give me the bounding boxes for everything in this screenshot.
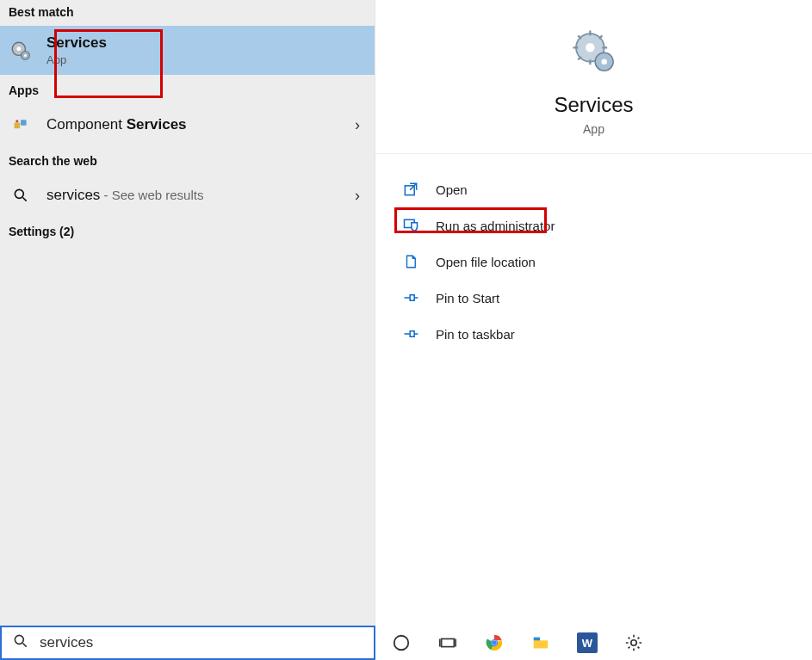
component-services-icon (9, 113, 33, 137)
pin-start-icon (401, 288, 420, 307)
action-pin-to-start[interactable]: Pin to Start (401, 280, 812, 316)
section-header-best-match: Best match (0, 0, 375, 26)
taskbar-settings-gear-icon[interactable] (623, 632, 644, 653)
svg-point-7 (15, 189, 23, 198)
result-app-component-services[interactable]: Component Services › (0, 104, 375, 145)
section-header-settings[interactable]: Settings (2) (0, 219, 375, 245)
best-match-subtitle: App (46, 53, 366, 66)
web-term: services (46, 187, 100, 203)
open-icon (401, 180, 420, 199)
svg-point-20 (601, 59, 607, 65)
chevron-right-icon: › (349, 187, 366, 205)
section-header-web: Search the web (0, 149, 375, 175)
action-pin-taskbar-label: Pin to taskbar (436, 327, 515, 342)
svg-point-39 (631, 640, 636, 645)
svg-line-8 (23, 198, 27, 201)
result-best-match-services[interactable]: Services App (0, 26, 375, 75)
svg-point-30 (394, 636, 409, 651)
app-item-prefix: Component (46, 116, 127, 133)
svg-rect-5 (21, 120, 27, 126)
app-item-bold: Services (127, 116, 187, 133)
action-open[interactable]: Open (401, 171, 812, 207)
services-large-gear-icon (568, 26, 620, 77)
taskbar-cortana-icon[interactable] (391, 632, 412, 653)
svg-line-16 (578, 57, 581, 60)
action-open-file-location[interactable]: Open file location (401, 244, 812, 280)
svg-point-6 (15, 120, 18, 122)
detail-title: Services (554, 93, 633, 117)
svg-rect-4 (15, 123, 21, 129)
action-run-as-administrator[interactable]: Run as administrator (401, 207, 812, 244)
shield-icon (401, 216, 420, 235)
file-location-icon (401, 252, 420, 271)
section-header-apps: Apps (0, 78, 375, 104)
web-suffix: - See web results (100, 188, 203, 202)
result-web-services[interactable]: services - See web results › (0, 175, 375, 216)
search-bar[interactable] (0, 626, 375, 660)
action-open-loc-label: Open file location (436, 255, 536, 269)
svg-point-3 (24, 53, 27, 56)
action-pin-start-label: Pin to Start (436, 291, 499, 305)
best-match-title: Services (46, 34, 366, 52)
taskbar-explorer-icon[interactable] (530, 632, 551, 653)
action-open-label: Open (436, 182, 468, 197)
search-icon (9, 183, 33, 207)
svg-rect-31 (442, 638, 455, 646)
pin-taskbar-icon (401, 324, 420, 343)
taskbar-chrome-icon[interactable] (484, 632, 505, 653)
taskbar: W (375, 626, 812, 660)
taskbar-word-icon[interactable]: W (577, 632, 598, 653)
svg-line-29 (23, 644, 27, 647)
search-input[interactable] (40, 634, 363, 651)
svg-point-28 (15, 635, 23, 644)
svg-line-14 (578, 35, 581, 39)
word-letter: W (582, 637, 592, 650)
svg-line-22 (410, 183, 417, 190)
detail-subtitle: App (583, 122, 604, 136)
action-pin-to-taskbar[interactable]: Pin to taskbar (401, 316, 812, 352)
search-icon (12, 632, 29, 653)
svg-line-17 (598, 35, 602, 39)
taskbar-task-view-icon[interactable] (437, 632, 458, 653)
action-run-admin-label: Run as administrator (436, 219, 555, 233)
svg-point-18 (586, 43, 595, 52)
svg-point-1 (16, 46, 21, 51)
chevron-right-icon: › (349, 116, 366, 134)
svg-point-37 (492, 640, 497, 645)
services-gear-icon (9, 39, 33, 63)
svg-rect-38 (534, 638, 540, 641)
